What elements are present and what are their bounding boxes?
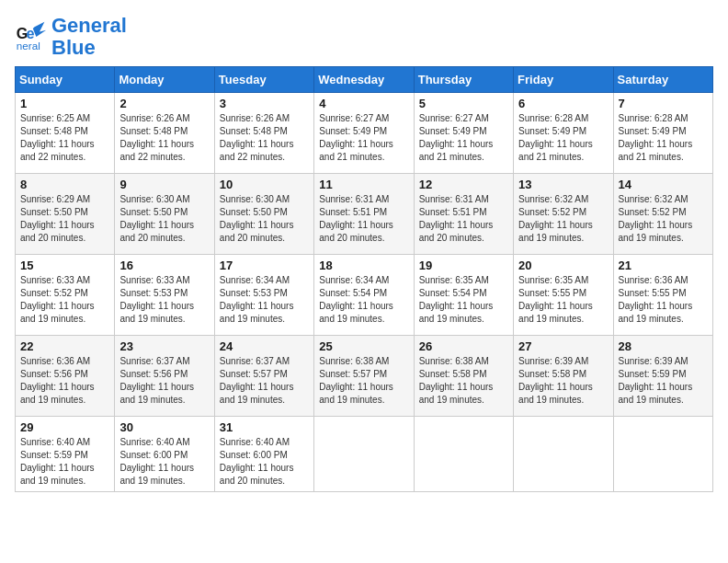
day-info: Sunrise: 6:38 AMSunset: 5:58 PMDaylight:… [419,355,508,407]
day-number: 7 [619,97,708,110]
day-info: Sunrise: 6:39 AMSunset: 5:59 PMDaylight:… [619,355,708,407]
day-number: 28 [619,339,708,353]
day-number: 16 [119,259,209,272]
header-saturday: Saturday [613,67,712,93]
day-info: Sunrise: 6:33 AMSunset: 5:52 PMDaylight:… [20,274,109,326]
svg-text:e: e [27,25,35,41]
header-friday: Friday [514,67,613,93]
day-info: Sunrise: 6:37 AMSunset: 5:56 PMDaylight:… [119,355,209,407]
day-info: Sunrise: 6:26 AMSunset: 5:48 PMDaylight:… [220,112,309,164]
logo-text: General [51,15,127,37]
calendar-row-5: 29Sunrise: 6:40 AMSunset: 5:59 PMDayligh… [16,417,713,492]
day-number: 17 [220,259,309,272]
day-number: 13 [518,178,608,191]
day-cell-11: 11Sunrise: 6:31 AMSunset: 5:51 PMDayligh… [314,174,414,255]
day-number: 29 [20,420,109,434]
day-info: Sunrise: 6:32 AMSunset: 5:52 PMDaylight:… [518,193,608,245]
day-number: 27 [518,339,608,353]
day-info: Sunrise: 6:30 AMSunset: 5:50 PMDaylight:… [220,193,309,245]
day-cell-14: 14Sunrise: 6:32 AMSunset: 5:52 PMDayligh… [613,174,712,255]
day-info: Sunrise: 6:27 AMSunset: 5:49 PMDaylight:… [319,112,408,164]
day-info: Sunrise: 6:35 AMSunset: 5:54 PMDaylight:… [419,274,508,326]
day-info: Sunrise: 6:31 AMSunset: 5:51 PMDaylight:… [419,193,508,245]
day-number: 8 [20,178,109,191]
header-tuesday: Tuesday [214,67,313,93]
empty-cell [314,417,414,492]
day-number: 4 [319,97,408,110]
day-cell-3: 3Sunrise: 6:26 AMSunset: 5:48 PMDaylight… [214,93,313,174]
day-number: 10 [220,178,309,191]
day-number: 1 [20,97,109,110]
logo-subtext: Blue [51,37,127,59]
calendar-row-3: 15Sunrise: 6:33 AMSunset: 5:52 PMDayligh… [16,255,713,336]
day-number: 26 [419,339,508,353]
logo-icon: G e neral [15,20,48,53]
day-info: Sunrise: 6:39 AMSunset: 5:58 PMDaylight:… [518,355,608,407]
day-cell-24: 24Sunrise: 6:37 AMSunset: 5:57 PMDayligh… [214,336,313,417]
day-info: Sunrise: 6:28 AMSunset: 5:49 PMDaylight:… [619,112,708,164]
day-cell-8: 8Sunrise: 6:29 AMSunset: 5:50 PMDaylight… [16,174,115,255]
day-info: Sunrise: 6:30 AMSunset: 5:50 PMDaylight:… [119,193,209,245]
header-wednesday: Wednesday [314,67,414,93]
calendar-row-1: 1Sunrise: 6:25 AMSunset: 5:48 PMDaylight… [16,93,713,174]
day-info: Sunrise: 6:28 AMSunset: 5:49 PMDaylight:… [518,112,608,164]
day-cell-16: 16Sunrise: 6:33 AMSunset: 5:53 PMDayligh… [115,255,214,336]
day-number: 6 [518,97,608,110]
day-cell-18: 18Sunrise: 6:34 AMSunset: 5:54 PMDayligh… [314,255,414,336]
header-monday: Monday [115,67,214,93]
day-cell-30: 30Sunrise: 6:40 AMSunset: 6:00 PMDayligh… [115,417,214,492]
day-cell-29: 29Sunrise: 6:40 AMSunset: 5:59 PMDayligh… [16,417,115,492]
day-number: 24 [220,339,309,353]
day-info: Sunrise: 6:35 AMSunset: 5:55 PMDaylight:… [518,274,608,326]
day-cell-1: 1Sunrise: 6:25 AMSunset: 5:48 PMDaylight… [16,93,115,174]
day-number: 11 [319,178,408,191]
day-cell-10: 10Sunrise: 6:30 AMSunset: 5:50 PMDayligh… [214,174,313,255]
day-info: Sunrise: 6:40 AMSunset: 5:59 PMDaylight:… [20,436,109,488]
empty-cell [613,417,712,492]
day-cell-19: 19Sunrise: 6:35 AMSunset: 5:54 PMDayligh… [414,255,513,336]
day-number: 30 [119,420,209,434]
calendar-table: SundayMondayTuesdayWednesdayThursdayFrid… [15,66,713,492]
day-info: Sunrise: 6:36 AMSunset: 5:56 PMDaylight:… [20,355,109,407]
day-info: Sunrise: 6:26 AMSunset: 5:48 PMDaylight:… [119,112,209,164]
day-number: 5 [419,97,508,110]
day-number: 2 [119,97,209,110]
day-info: Sunrise: 6:31 AMSunset: 5:51 PMDaylight:… [319,193,408,245]
day-cell-15: 15Sunrise: 6:33 AMSunset: 5:52 PMDayligh… [16,255,115,336]
day-number: 14 [619,178,708,191]
day-cell-4: 4Sunrise: 6:27 AMSunset: 5:49 PMDaylight… [314,93,414,174]
day-info: Sunrise: 6:32 AMSunset: 5:52 PMDaylight:… [619,193,708,245]
day-cell-9: 9Sunrise: 6:30 AMSunset: 5:50 PMDaylight… [115,174,214,255]
day-number: 21 [619,259,708,272]
day-cell-20: 20Sunrise: 6:35 AMSunset: 5:55 PMDayligh… [514,255,613,336]
day-cell-13: 13Sunrise: 6:32 AMSunset: 5:52 PMDayligh… [514,174,613,255]
page-header: G e neral General Blue [15,15,713,59]
day-cell-31: 31Sunrise: 6:40 AMSunset: 6:00 PMDayligh… [214,417,313,492]
day-cell-22: 22Sunrise: 6:36 AMSunset: 5:56 PMDayligh… [16,336,115,417]
day-number: 18 [319,259,408,272]
day-number: 19 [419,259,508,272]
day-info: Sunrise: 6:37 AMSunset: 5:57 PMDaylight:… [220,355,309,407]
day-info: Sunrise: 6:38 AMSunset: 5:57 PMDaylight:… [319,355,408,407]
day-cell-6: 6Sunrise: 6:28 AMSunset: 5:49 PMDaylight… [514,93,613,174]
calendar-row-2: 8Sunrise: 6:29 AMSunset: 5:50 PMDaylight… [16,174,713,255]
day-info: Sunrise: 6:34 AMSunset: 5:54 PMDaylight:… [319,274,408,326]
empty-cell [414,417,513,492]
logo: G e neral General Blue [15,15,127,59]
day-number: 9 [119,178,209,191]
day-info: Sunrise: 6:40 AMSunset: 6:00 PMDaylight:… [119,436,209,488]
day-cell-12: 12Sunrise: 6:31 AMSunset: 5:51 PMDayligh… [414,174,513,255]
day-cell-25: 25Sunrise: 6:38 AMSunset: 5:57 PMDayligh… [314,336,414,417]
day-info: Sunrise: 6:34 AMSunset: 5:53 PMDaylight:… [220,274,309,326]
day-number: 12 [419,178,508,191]
day-info: Sunrise: 6:40 AMSunset: 6:00 PMDaylight:… [220,436,309,488]
day-info: Sunrise: 6:36 AMSunset: 5:55 PMDaylight:… [619,274,708,326]
day-cell-23: 23Sunrise: 6:37 AMSunset: 5:56 PMDayligh… [115,336,214,417]
empty-cell [514,417,613,492]
day-cell-27: 27Sunrise: 6:39 AMSunset: 5:58 PMDayligh… [514,336,613,417]
day-cell-7: 7Sunrise: 6:28 AMSunset: 5:49 PMDaylight… [613,93,712,174]
day-cell-2: 2Sunrise: 6:26 AMSunset: 5:48 PMDaylight… [115,93,214,174]
day-number: 3 [220,97,309,110]
day-info: Sunrise: 6:25 AMSunset: 5:48 PMDaylight:… [20,112,109,164]
day-number: 25 [319,339,408,353]
